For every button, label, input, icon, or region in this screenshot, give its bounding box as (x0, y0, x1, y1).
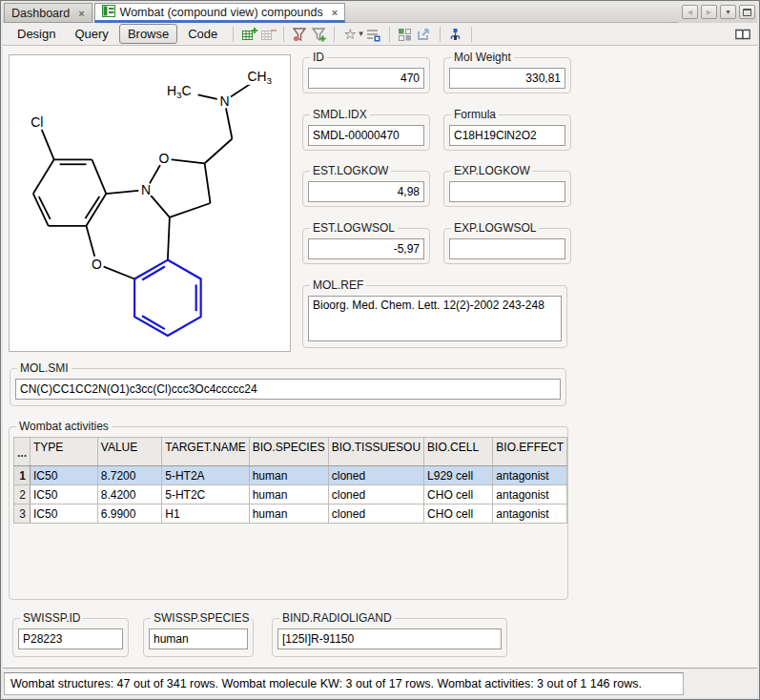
cell-target[interactable]: 5-HT2A (162, 466, 249, 485)
table-corner-button[interactable]: ... (14, 438, 31, 466)
column-header-bio-cell[interactable]: BIO.CELL (424, 438, 493, 466)
column-header-bio-species[interactable]: BIO.SPECIES (249, 438, 328, 466)
field-label-bind-radioligand: BIND.RADIOLIGAND (279, 611, 395, 625)
column-header-value[interactable]: VALUE (97, 438, 161, 466)
cell-value[interactable]: 8.4200 (97, 485, 161, 504)
bind-radioligand-field[interactable] (277, 628, 502, 649)
tab-dashboard[interactable]: Dashboard × (4, 3, 92, 23)
row-number[interactable]: 1 (14, 466, 31, 485)
add-row-button[interactable] (240, 26, 257, 43)
cell-tissue[interactable]: cloned (328, 504, 423, 524)
cell-type[interactable]: IC50 (31, 466, 98, 485)
wombat-activities-legend: Wombat activities (16, 420, 112, 433)
field-label-est-logwsol: EST.LOGWSOL (310, 221, 398, 235)
add-row-icon (241, 27, 257, 42)
column-header-type[interactable]: TYPE (31, 438, 98, 466)
tab-dashboard-label: Dashboard (11, 7, 70, 20)
field-label-formula: Formula (451, 108, 499, 121)
design-mode-button[interactable]: Design (9, 24, 64, 44)
column-header-bio-tissuesource[interactable]: BIO.TISSUESOU (328, 438, 423, 466)
layout-grid-icon (397, 27, 413, 42)
form-view-button[interactable] (365, 26, 382, 43)
code-mode-button[interactable]: Code (179, 24, 226, 44)
remove-row-button[interactable] (259, 26, 277, 43)
row-number[interactable]: 2 (14, 485, 31, 504)
wombat-activities-group: Wombat activities ... TYPE VALUE TARGET.… (9, 426, 568, 600)
compound-form-panel: Cl O N O N H3C CH3 ID Mol Weight SMDL.ID… (3, 46, 757, 668)
exp-logwsol-field[interactable] (449, 238, 565, 259)
toolbar-separator (283, 27, 284, 42)
row-number[interactable]: 3 (14, 504, 31, 524)
formula-field[interactable] (449, 125, 565, 146)
cell-cell[interactable]: CHO cell (424, 504, 493, 524)
cell-target[interactable]: 5-HT2C (162, 485, 249, 504)
exp-logkow-field[interactable] (449, 181, 565, 202)
query-mode-button[interactable]: Query (66, 24, 116, 44)
cell-target[interactable]: H1 (162, 504, 249, 524)
column-header-target-name[interactable]: TARGET.NAME (162, 438, 249, 466)
main-toolbar: Design Query Browse Code (3, 23, 757, 46)
table-row[interactable]: 3 IC50 6.9900 H1 human cloned CHO cell a… (14, 504, 567, 524)
cell-species[interactable]: human (249, 466, 328, 485)
favorites-dropdown-caret-icon[interactable]: ▾ (359, 30, 363, 38)
filter-add-button[interactable] (310, 26, 327, 43)
filter-add-icon (311, 27, 327, 42)
atom-label-halos (28, 67, 280, 272)
structure-viewer[interactable]: Cl O N O N H3C CH3 (9, 54, 291, 352)
field-group-smdl-idx: SMDL.IDX (302, 114, 430, 151)
application-window: Dashboard × Wombat (compound view) compo… (0, 0, 760, 700)
layout-grid-button[interactable] (397, 26, 414, 43)
swissp-species-field[interactable] (149, 628, 248, 649)
cell-effect[interactable]: antagonist (493, 485, 567, 504)
mol-weight-field[interactable] (449, 68, 565, 89)
cell-cell[interactable]: CHO cell (424, 485, 493, 504)
cell-tissue[interactable]: cloned (328, 466, 423, 485)
field-group-est-logkow: EST.LOGKOW (302, 171, 430, 207)
swissp-id-field[interactable] (18, 628, 123, 649)
smdl-idx-field[interactable] (308, 125, 424, 146)
cell-type[interactable]: IC50 (31, 504, 98, 524)
tab-wombat-close-icon[interactable]: × (328, 7, 338, 18)
table-row[interactable]: 2 IC50 8.4200 5-HT2C human cloned CHO ce… (14, 485, 567, 504)
amine-nitrogen-atom-label: N (219, 93, 229, 109)
mol-ref-field[interactable]: Bioorg. Med. Chem. Lett. 12(2)-2002 243-… (308, 296, 562, 341)
hierarchy-button[interactable] (447, 26, 464, 43)
next-tab-button[interactable]: ▶ (701, 5, 717, 19)
tab-wombat-compounds[interactable]: Wombat (compound view) compounds × (94, 3, 346, 23)
cell-species[interactable]: human (249, 504, 328, 524)
tab-list-button[interactable]: ▼ (720, 5, 736, 19)
hierarchy-icon (447, 27, 463, 42)
field-label-mol-ref: MOL.REF (310, 278, 366, 292)
cell-value[interactable]: 6.9900 (97, 504, 161, 524)
book-icon (734, 27, 751, 42)
cell-effect[interactable]: antagonist (493, 466, 567, 485)
maximize-button[interactable] (739, 5, 755, 19)
cell-tissue[interactable]: cloned (328, 485, 423, 504)
cell-type[interactable]: IC50 (31, 485, 98, 504)
tab-wombat-label: Wombat (compound view) compounds (120, 6, 323, 19)
favorites-button[interactable]: ☆ (341, 26, 359, 43)
cell-species[interactable]: human (249, 485, 328, 504)
status-message: Wombat structures: 47 out of 341 rows. W… (4, 672, 684, 695)
browse-mode-button[interactable]: Browse (119, 24, 177, 44)
table-row[interactable]: 1 IC50 8.7200 5-HT2A human cloned L929 c… (14, 466, 567, 485)
cell-cell[interactable]: L929 cell (424, 466, 493, 485)
favorites-star-icon: ☆ (344, 27, 357, 41)
book-button[interactable] (734, 26, 751, 43)
id-field[interactable] (308, 68, 424, 89)
column-header-bio-effect[interactable]: BIO.EFFECT (493, 438, 567, 466)
cell-value[interactable]: 8.7200 (97, 466, 161, 485)
field-label-swissp-id: SWISSP.ID (20, 611, 83, 625)
field-group-bind-radioligand: BIND.RADIOLIGAND (272, 618, 507, 657)
field-label-mol-weight: Mol Weight (451, 51, 514, 64)
mol-smi-field[interactable] (15, 379, 561, 400)
field-label-swissp-species: SWISSP.SPECIES (151, 611, 252, 625)
tab-dashboard-close-icon[interactable]: × (74, 8, 84, 19)
toolbar-separator (389, 27, 390, 42)
prev-tab-button[interactable]: ◀ (682, 5, 698, 19)
est-logkow-field[interactable] (308, 181, 424, 202)
filter-clear-button[interactable] (291, 26, 308, 43)
est-logwsol-field[interactable] (308, 238, 424, 259)
export-structure-button[interactable] (416, 26, 433, 43)
cell-effect[interactable]: antagonist (493, 504, 567, 524)
